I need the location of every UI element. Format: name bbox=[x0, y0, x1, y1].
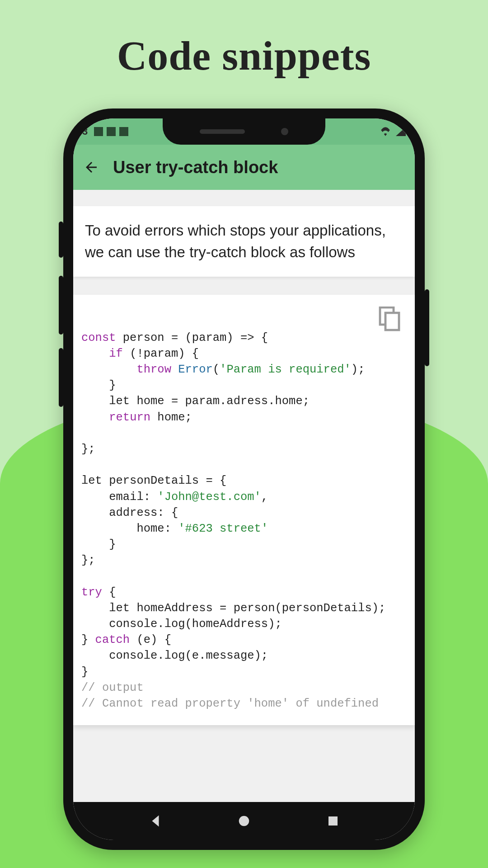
phone-notch bbox=[163, 118, 325, 145]
volume-down-button bbox=[59, 276, 63, 335]
appbar-title: User try-catch block bbox=[113, 158, 278, 177]
side-button bbox=[59, 348, 63, 407]
wifi-icon bbox=[380, 127, 391, 136]
status-time: 3 bbox=[82, 126, 88, 137]
nav-back-icon[interactable] bbox=[149, 814, 162, 828]
code-card: const person = (param) => { if (!param) … bbox=[73, 295, 415, 726]
code-snippet: const person = (param) => { if (!param) … bbox=[81, 330, 407, 712]
status-app-icons bbox=[94, 127, 128, 136]
arrow-left-icon bbox=[83, 159, 99, 175]
svg-rect-1 bbox=[385, 313, 399, 330]
content-area[interactable]: To avoid errors which stops your applica… bbox=[73, 206, 415, 725]
page-title: Code snippets bbox=[0, 32, 488, 80]
volume-up-button bbox=[59, 222, 63, 258]
app-bar: User try-catch block bbox=[73, 145, 415, 190]
signal-icon bbox=[396, 127, 406, 136]
android-nav-bar bbox=[73, 802, 415, 840]
svg-point-2 bbox=[239, 816, 249, 826]
back-button[interactable] bbox=[82, 158, 100, 176]
nav-home-icon[interactable] bbox=[237, 814, 251, 828]
nav-recent-icon[interactable] bbox=[326, 814, 340, 828]
phone-screen: 3 User try-catch block To avoid errors w… bbox=[73, 118, 415, 840]
copy-button[interactable] bbox=[379, 307, 401, 332]
description-card: To avoid errors which stops your applica… bbox=[73, 206, 415, 277]
svg-rect-3 bbox=[328, 816, 338, 826]
phone-frame: 3 User try-catch block To avoid errors w… bbox=[63, 108, 425, 850]
power-button bbox=[425, 289, 429, 366]
copy-icon bbox=[379, 307, 401, 332]
